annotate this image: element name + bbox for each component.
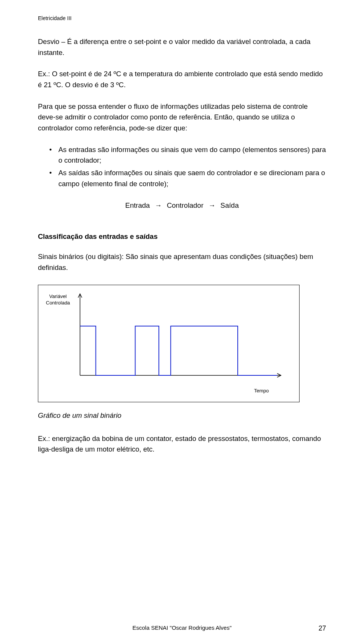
list-item: As entradas são informações ou sinais qu… <box>49 144 326 166</box>
bullet-list: As entradas são informações ou sinais qu… <box>49 144 326 190</box>
chart-xlabel: Tempo <box>254 388 269 394</box>
chart-ylabel: VariávelControlada <box>46 293 70 306</box>
flow-entrada: Entrada <box>125 201 150 209</box>
doc-header: Eletricidade III <box>38 15 326 21</box>
heading-classificacao: Classificação das entradas e saídas <box>38 232 326 241</box>
footer: Escola SENAI "Oscar Rodrigues Alves" <box>0 624 364 631</box>
chart-binary-signal: VariávelControlada Tempo <box>38 285 300 402</box>
paragraph-fluxo: Para que se possa entender o fluxo de in… <box>38 101 326 134</box>
chart-plot <box>76 292 289 391</box>
paragraph-desvio: Desvio – É a diferença entre o set-point… <box>38 36 326 58</box>
paragraph-ex1: Ex.: O set-point é de 24 ºC e a temperat… <box>38 69 326 90</box>
flow-saida: Saída <box>220 201 238 209</box>
flow-controlador: Controlador <box>167 201 204 209</box>
paragraph-ex2: Ex.: energização da bobina de um contato… <box>38 433 326 455</box>
arrow-icon <box>206 201 219 209</box>
arrow-icon <box>152 201 165 209</box>
chart-ylabel-text: VariávelControlada <box>46 293 70 306</box>
paragraph-sinais: Sinais binários (ou digitais): São sinai… <box>38 251 326 273</box>
flow-diagram: Entrada Controlador Saída <box>38 201 326 210</box>
page-number: 27 <box>318 624 326 632</box>
chart-caption: Gráfico de um sinal binário <box>38 411 326 420</box>
list-item: As saídas são informações ou sinais que … <box>49 168 326 189</box>
